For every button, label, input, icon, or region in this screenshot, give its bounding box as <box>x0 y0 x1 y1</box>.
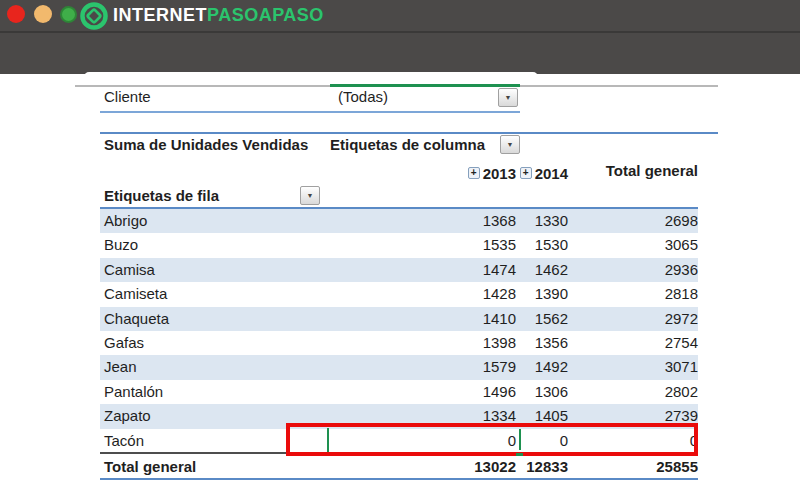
spacer <box>100 162 420 184</box>
grand-total-label: Total general <box>100 456 420 478</box>
brand-title: INTERNETPASOAPASO <box>113 5 324 26</box>
column-header-2014-label: 2014 <box>535 165 568 182</box>
grand-total-row[interactable]: Total general 13022 12833 25855 <box>100 456 698 478</box>
cell-caret-tick <box>516 453 523 456</box>
table-row[interactable]: Gafas 1398 1356 2754 <box>100 331 698 355</box>
value-2013: 1474 <box>420 258 516 282</box>
filter-label: Cliente <box>104 88 151 105</box>
value-2014: 1492 <box>516 355 568 379</box>
value-2013: 1496 <box>420 380 516 404</box>
filter-dropdown-button[interactable]: ▼ <box>498 88 518 107</box>
value-2014: 1562 <box>516 307 568 331</box>
maximize-window-icon[interactable] <box>60 6 77 23</box>
value-2014: 1330 <box>516 209 568 233</box>
browser-toolbar: ◀ ▶ <box>0 31 800 74</box>
row-labels-label: Etiquetas de fila <box>104 187 219 204</box>
plus-icon: + <box>523 168 529 178</box>
value-2013: 1428 <box>420 282 516 306</box>
column-labels-label: Etiquetas de columna <box>330 136 485 153</box>
value-2013: 1579 <box>420 355 516 379</box>
chevron-down-icon: ▼ <box>307 192 314 199</box>
row-label: Camisa <box>100 258 420 282</box>
row-label: Chaqueta <box>100 307 420 331</box>
minimize-window-icon[interactable] <box>34 5 52 23</box>
row-label: Abrigo <box>100 209 420 233</box>
grand-total-bottom-border <box>100 478 698 480</box>
value-total: 3065 <box>568 233 698 257</box>
row-label: Pantalón <box>100 380 420 404</box>
table-row[interactable]: Camisa 1474 1462 2936 <box>100 258 698 282</box>
value-2013: 1398 <box>420 331 516 355</box>
column-header-2013: + 2013 <box>420 162 516 184</box>
filter-underline <box>100 111 520 113</box>
value-total: 2972 <box>568 307 698 331</box>
pivot-column-headers: + 2013 + 2014 Total general <box>100 162 698 184</box>
spreadsheet-area: Cliente (Todas) ▼ Suma de Unidades Vendi… <box>0 74 800 500</box>
pivot-table-body: Abrigo 1368 1330 2698 Buzo 1535 1530 306… <box>100 209 698 453</box>
red-highlight-box <box>286 423 698 456</box>
row-label: Gafas <box>100 331 420 355</box>
close-window-icon[interactable] <box>7 5 25 23</box>
brand-secondary: PASOAPASO <box>207 5 324 25</box>
row-label: Jean <box>100 355 420 379</box>
chevron-down-icon: ▼ <box>505 94 512 101</box>
value-total: 3071 <box>568 355 698 379</box>
table-row[interactable]: Jean 1579 1492 3071 <box>100 355 698 379</box>
value-2014: 1530 <box>516 233 568 257</box>
table-row[interactable]: Abrigo 1368 1330 2698 <box>100 209 698 233</box>
value-total: 2802 <box>568 380 698 404</box>
table-row[interactable]: Camiseta 1428 1390 2818 <box>100 282 698 306</box>
column-header-2013-label: 2013 <box>483 165 516 182</box>
table-row[interactable]: Pantalón 1496 1306 2802 <box>100 380 698 404</box>
filter-value: (Todas) <box>338 88 388 105</box>
row-label: Buzo <box>100 233 420 257</box>
value-total: 2818 <box>568 282 698 306</box>
expand-2014-button[interactable]: + <box>520 167 532 179</box>
value-total: 2754 <box>568 331 698 355</box>
value-2014: 1356 <box>516 331 568 355</box>
value-total: 2936 <box>568 258 698 282</box>
grand-total-2013: 13022 <box>420 456 516 478</box>
pivot-top-border <box>100 132 718 134</box>
column-header-total: Total general <box>568 162 698 184</box>
value-2014: 1390 <box>516 282 568 306</box>
chevron-down-icon: ▼ <box>507 141 514 148</box>
value-2013: 1535 <box>420 233 516 257</box>
table-row[interactable]: Chaqueta 1410 1562 2972 <box>100 307 698 331</box>
grand-total-total: 25855 <box>568 456 698 478</box>
window-titlebar: INTERNETPASOAPASO <box>0 0 800 31</box>
brand-primary: INTERNET <box>113 5 207 25</box>
value-2014: 1462 <box>516 258 568 282</box>
plus-icon: + <box>471 168 477 178</box>
value-total: 2698 <box>568 209 698 233</box>
table-row[interactable]: Buzo 1535 1530 3065 <box>100 233 698 257</box>
measure-label: Suma de Unidades Vendidas <box>104 136 308 153</box>
browser-window: INTERNETPASOAPASO ◀ ▶ Cliente (Todas) ▼ … <box>0 0 800 500</box>
value-2013: 1410 <box>420 307 516 331</box>
value-2013: 1368 <box>420 209 516 233</box>
row-labels-dropdown-button[interactable]: ▼ <box>300 186 320 205</box>
value-2014: 1306 <box>516 380 568 404</box>
row-label: Camiseta <box>100 282 420 306</box>
expand-2013-button[interactable]: + <box>468 167 480 179</box>
column-labels-dropdown-button[interactable]: ▼ <box>500 135 520 154</box>
column-header-2014: + 2014 <box>516 162 568 184</box>
grand-total-2014: 12833 <box>516 456 568 478</box>
selection-top-border <box>330 84 520 87</box>
